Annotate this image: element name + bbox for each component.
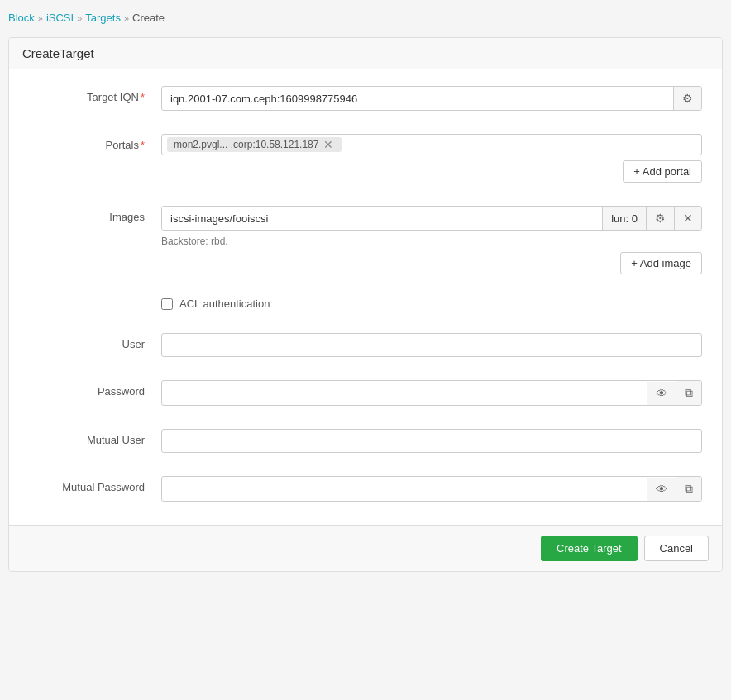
breadcrumb: Block » iSCSI » Targets » Create [8,8,723,27]
breadcrumb-targets[interactable]: Targets [85,12,121,24]
portal-tag: mon2.pvgl... .corp:10.58.121.187 [167,137,342,152]
breadcrumb-sep-1: » [38,13,43,23]
mutual-user-wrap [161,429,702,453]
times-icon [323,138,333,151]
image-gear-button[interactable] [646,207,674,230]
breadcrumb-block[interactable]: Block [8,12,35,24]
target-iqn-input-row [161,86,702,111]
mutual-password-copy-button[interactable]: ⧉ [676,477,701,501]
password-input-row: 👁 ⧉ [161,380,702,406]
card-title: CreateTarget [9,38,722,69]
target-iqn-wrap [161,86,702,111]
mutual-user-group: Mutual User [29,429,702,453]
target-iqn-label: Target IQN* [29,86,161,103]
user-wrap [161,333,702,357]
create-target-button[interactable]: Create Target [541,536,638,561]
gear-icon [682,92,693,105]
password-wrap: 👁 ⧉ [161,380,702,406]
mutual-eye-icon: 👁 [656,483,667,496]
portals-wrap: mon2.pvgl... .corp:10.58.121.187 + Add p… [161,134,702,183]
mutual-password-input-row: 👁 ⧉ [161,476,702,502]
image-remove-button[interactable] [674,207,701,230]
images-group: Images iscsi-images/fooiscsi lun: 0 Back… [29,206,702,274]
mutual-user-label: Mutual User [29,429,161,446]
portals-group: Portals* mon2.pvgl... .corp:10.58.121.18… [29,134,702,183]
add-image-button[interactable]: + Add image [620,252,702,274]
target-iqn-gear-button[interactable] [673,87,701,110]
acl-row: ACL authentication [29,298,702,310]
card-footer: Create Target Cancel [9,525,722,571]
backstore-text: Backstore: rbd. [161,236,702,247]
images-wrap: iscsi-images/fooiscsi lun: 0 Backstore: … [161,206,702,274]
acl-label[interactable]: ACL authentication [179,298,270,310]
portal-tag-text: mon2.pvgl... .corp:10.58.121.187 [174,139,318,150]
main-card: CreateTarget Target IQN* Portals* [8,37,723,572]
mutual-password-wrap: 👁 ⧉ [161,476,702,502]
images-label: Images [29,206,161,223]
user-group: User [29,333,702,357]
eye-icon: 👁 [656,387,667,400]
image-lun: lun: 0 [602,207,646,230]
password-label: Password [29,380,161,398]
breadcrumb-sep-2: » [77,13,82,23]
password-copy-button[interactable]: ⧉ [676,381,701,405]
portals-label: Portals* [29,134,161,151]
mutual-password-label: Mutual Password [29,476,161,493]
user-input-row [161,333,702,357]
mutual-password-input[interactable] [162,478,647,500]
target-iqn-group: Target IQN* [29,86,702,111]
password-eye-button[interactable]: 👁 [647,382,676,405]
card-body: Target IQN* Portals* mon2.pvgl... .cor [9,69,722,525]
mutual-password-group: Mutual Password 👁 ⧉ [29,476,702,502]
image-times-icon [683,212,693,225]
acl-checkbox[interactable] [161,298,173,310]
copy-icon: ⧉ [685,386,693,400]
image-gear-icon [655,212,666,225]
image-row: iscsi-images/fooiscsi lun: 0 [161,206,702,231]
mutual-password-eye-button[interactable]: 👁 [647,478,676,501]
mutual-user-input-row [161,429,702,453]
password-input[interactable] [162,382,647,404]
password-group: Password 👁 ⧉ [29,380,702,406]
cancel-button[interactable]: Cancel [644,536,709,561]
mutual-user-input[interactable] [162,430,701,452]
breadcrumb-create: Create [132,12,165,24]
portals-input-tag: mon2.pvgl... .corp:10.58.121.187 [161,134,702,155]
user-input[interactable] [162,334,701,356]
mutual-copy-icon: ⧉ [685,482,693,496]
add-portal-button[interactable]: + Add portal [623,160,702,183]
breadcrumb-iscsi[interactable]: iSCSI [46,12,74,24]
target-iqn-input[interactable] [162,88,673,110]
portal-remove-button[interactable] [322,139,335,150]
breadcrumb-sep-3: » [124,13,129,23]
image-name: iscsi-images/fooiscsi [162,207,602,230]
user-label: User [29,333,161,350]
